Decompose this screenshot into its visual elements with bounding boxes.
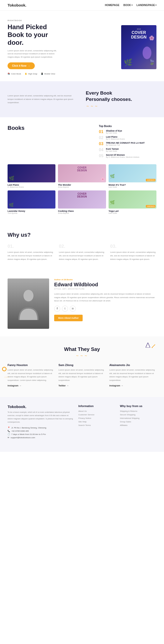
footer-information-title: Information (78, 405, 115, 408)
feature-colorbook: 📚 Color Book (8, 73, 21, 75)
testimonial-3: Akainamoto Jio Lorem ipsum dolor sit ame… (109, 364, 156, 387)
testimonial-1: Fanny Houston Lorem ipsum dolor sit amet… (8, 364, 55, 387)
testimonials-grid: Fanny Houston Lorem ipsum dolor sit amet… (8, 364, 156, 387)
top-book-2: 02 Last Piano By O. Blakernore Evans (99, 136, 156, 140)
why-item-1: 01. Lorem ipsum dolor sit amet, consecte… (8, 244, 54, 261)
svg-point-1 (23, 290, 34, 301)
book-card-5[interactable]: COVERDESIGN Cooking Class Anisa Alqama (58, 190, 106, 214)
footer-information: Information About Us Customer Service Pr… (78, 405, 115, 440)
hero-badge: RIGHTBOOK (8, 19, 116, 22)
author-section: Author of 28 Books Edward Wildblood STYL… (0, 271, 164, 336)
hero-description: Lorem ipsum dolor sit amet, consectetur … (8, 49, 58, 59)
twitter-icon[interactable]: t (62, 306, 68, 312)
footer: Tokobook. To be a brave example, which a… (0, 397, 164, 452)
nav-landingpage[interactable]: LANDINGPAGE▾ (137, 4, 156, 7)
triangle-decoration (146, 343, 150, 349)
arrow-icon: → (28, 64, 30, 67)
logo: Tokobook. (8, 3, 26, 7)
testimonial-2-social[interactable]: Twitter → (58, 384, 106, 387)
facebook-icon[interactable]: f (54, 306, 60, 312)
footer-link-group[interactable]: Group Sales (120, 421, 156, 423)
footer-buy-title: Why buy from us (120, 405, 156, 408)
wave-decoration: ～～～ (86, 104, 157, 108)
author-info: Author of 28 Books Edward Wildblood STYL… (54, 278, 156, 329)
author-image (8, 278, 49, 329)
footer-link-search[interactable]: Search Terms (78, 424, 115, 426)
testimonial-1-name: Fanny Houston (8, 364, 55, 367)
clock-icon: 🕐 (8, 433, 10, 435)
books-left: Books (8, 125, 94, 160)
top-books-title: Top Books (99, 125, 156, 128)
footer-description: To be a brave example, which all of us e… (8, 411, 73, 424)
why-us-section: Why us? 01. Lorem ipsum dolor sit amet, … (0, 222, 164, 271)
author-name: Edward Wildblood (54, 282, 156, 288)
mobile-icon: 📱 (41, 73, 43, 75)
why-item-2: 02. Lorem ipsum dolor sit amet, consecte… (59, 244, 105, 261)
nav-book[interactable]: BOOK▾ (123, 4, 133, 7)
why-item-3: 03. Lorem ipsum dolor sit amet, consecte… (110, 244, 156, 261)
email-icon: ✉ (8, 436, 9, 439)
testimonial-1-text: Lorem ipsum dolor sit amet, consectetur … (8, 368, 55, 382)
footer-link-privacy[interactable]: Privacy Notice (78, 417, 115, 419)
footer-link-affiliates[interactable]: Affiliates (120, 424, 156, 426)
testimonials-wave: ～～～ (8, 353, 156, 358)
author-tag: Author of 28 Books (54, 278, 156, 281)
footer-brand: Tokobook. To be a brave example, which a… (8, 405, 73, 440)
feature-mobileview: 📱 Mobile View (41, 73, 55, 75)
circle-decoration (2, 367, 7, 371)
testimonial-2: Sam Zilong Lorem ipsum dolor sit amet, c… (58, 364, 106, 387)
hero-title: Hand Picked Book to your door. (8, 23, 63, 47)
footer-contact-1: 📍 Jl. Plt No.I. Bandung Serang, Cikesong (8, 427, 73, 429)
testimonial-3-text: Lorem ipsum dolor sit amet, consectetur … (109, 368, 156, 382)
linkedin-icon[interactable]: in (70, 306, 76, 312)
why-us-grid: 01. Lorem ipsum dolor sit amet, consecte… (8, 244, 156, 261)
book-card-6[interactable]: CORPORATE 🌿 Yoga Lari Ivain Dziiel (109, 190, 156, 214)
footer-content: Tokobook. To be a brave example, which a… (8, 405, 156, 440)
books-right: Top Books 01 Shadow of Eye By Ivain Dzii… (99, 125, 156, 160)
testimonial-1-social[interactable]: Instagram → (8, 384, 55, 387)
personally-heading: Every Book Personally chooses. (86, 90, 157, 102)
feature-highgrap: ✋ High Grap (25, 73, 37, 75)
book-grid-row2: 🌿 Lavendar Honey Yuni Ayunda COVERDESIGN… (8, 190, 156, 214)
testimonial-3-name: Akainamoto Jio (109, 364, 156, 367)
cta-button[interactable]: Click it Now → (8, 62, 35, 69)
book-card-3[interactable]: CORPORATE 🌿 Mutan It's True? Ivain Dziie… (109, 164, 156, 188)
author-social: f t in (54, 306, 156, 312)
testimonials-section: ··· What They Say ～～～ Fanny Houston Lore… (0, 336, 164, 397)
why-us-title: Why us? (8, 232, 156, 238)
book-grid-row1: 🌿 Last Piano O. Blakernore Evans COVERDE… (8, 164, 156, 188)
author-cta-button[interactable]: More About Author (54, 315, 83, 321)
top-book-4: 04 Kuni Taman By Ivain Dziiel (99, 148, 156, 152)
footer-link-secure[interactable]: Secure Shopping (120, 414, 156, 416)
book-card-4[interactable]: 🌿 Lavendar Honey Yuni Ayunda (8, 190, 55, 214)
personally-right: Every Book Personally chooses. ～～～ (86, 90, 157, 108)
nav-links: HOMEPAGE BOOK▾ LANDINGPAGE▾ (105, 4, 156, 7)
book-card-1[interactable]: 🌿 Last Piano O. Blakernore Evans (8, 164, 55, 188)
top-book-3: 03 TREANA NE CONNAIT PAS LA NUIT By Sula… (99, 142, 156, 146)
svg-marker-2 (146, 343, 150, 348)
hero-features: 📚 Color Book ✋ High Grap 📱 Mobile View (8, 73, 116, 75)
location-icon: 📍 (8, 427, 10, 429)
footer-link-international[interactable]: International Shipping (120, 417, 156, 419)
personally-section: Lorem ipsum dolor sit amet, consectetur … (0, 81, 164, 117)
nav-homepage[interactable]: HOMEPAGE (105, 4, 119, 7)
personally-left: Lorem ipsum dolor sit amet, consectetur … (8, 94, 78, 104)
author-description: Lorem ipsum dolor sit amet, consectetur … (54, 292, 156, 303)
footer-buy: Why buy from us Shipping & Returns Secur… (120, 405, 156, 440)
dots-decoration: ··· (5, 375, 9, 379)
book-card-2[interactable]: COVERDESIGN 🌸 The Wonder Anisa Alqama (58, 164, 106, 188)
books-section: Books Top Books 01 Shadow of Eye By Ivai… (0, 117, 164, 222)
footer-link-site[interactable]: Site Help (78, 421, 115, 423)
testimonials-title: What They Say (8, 346, 156, 352)
footer-link-customer[interactable]: Customer Service (78, 414, 115, 416)
footer-link-about[interactable]: About Us (78, 410, 115, 412)
hero-section: RIGHTBOOK Hand Picked Book to your door.… (0, 11, 164, 81)
footer-link-shipping[interactable]: Shipping & Returns (120, 410, 156, 412)
colorbook-icon: 📚 (8, 73, 10, 75)
testimonial-2-text: Lorem ipsum dolor sit amet, consectetur … (58, 368, 106, 382)
footer-contact-3: 🕐 7 days a Week from 01:00 Am to 5 Pm (8, 433, 73, 435)
hero-text: RIGHTBOOK Hand Picked Book to your door.… (8, 19, 116, 75)
pencil-decoration (152, 344, 155, 349)
footer-contact-2: 📞 +62 8785 6396 465 (8, 430, 73, 432)
testimonial-3-social[interactable]: Instagram → (109, 384, 156, 387)
